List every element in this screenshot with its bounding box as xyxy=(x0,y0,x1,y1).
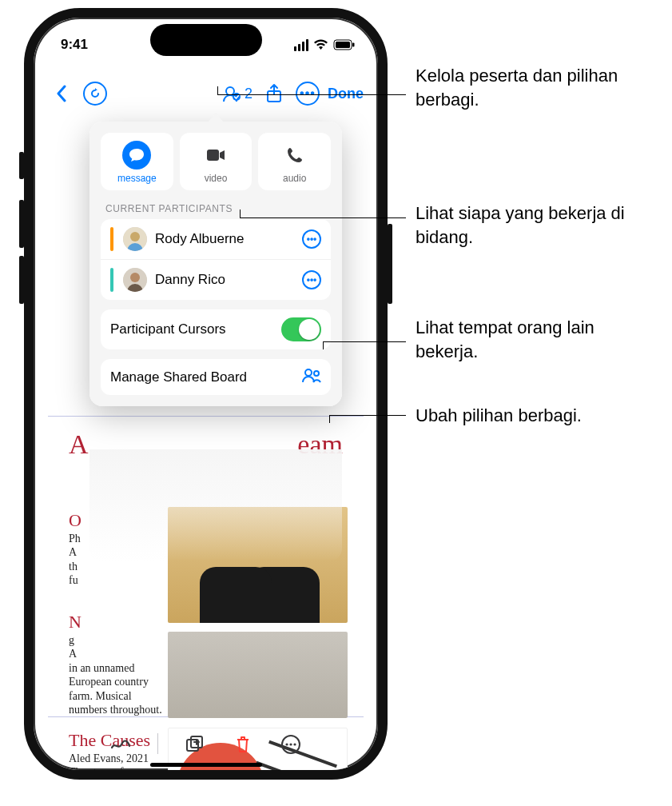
dynamic-island xyxy=(150,24,262,56)
done-button[interactable]: Done xyxy=(328,86,364,102)
callout-leader xyxy=(329,415,330,423)
callout-leader xyxy=(217,94,406,95)
svg-point-16 xyxy=(285,743,288,745)
separator xyxy=(157,733,158,754)
back-button[interactable] xyxy=(48,80,75,107)
board-title-fragment: A xyxy=(69,429,89,460)
svg-rect-6 xyxy=(207,150,219,161)
board-image xyxy=(168,632,348,718)
callout-leader xyxy=(240,217,406,218)
video-icon xyxy=(201,141,230,170)
insert-button[interactable] xyxy=(184,733,206,756)
popover-arrow xyxy=(208,113,224,122)
delete-button[interactable] xyxy=(232,733,254,756)
status-time: 9:41 xyxy=(61,37,88,53)
home-indicator xyxy=(150,763,262,767)
board-bottom-toolbar xyxy=(34,727,378,762)
cellular-icon xyxy=(294,39,308,51)
share-button[interactable] xyxy=(260,80,288,107)
more-tools-button[interactable] xyxy=(280,733,302,756)
participant-more-button[interactable]: ••• xyxy=(302,270,321,289)
participant-more-button[interactable]: ••• xyxy=(302,229,321,249)
presence-indicator xyxy=(110,227,113,251)
popover-fade xyxy=(89,449,342,561)
undo-button[interactable] xyxy=(83,82,107,106)
callout-text: Lihat siapa yang bekerja di bidang. xyxy=(416,202,655,249)
participant-name: Rody Albuerne xyxy=(155,231,294,247)
board-rule-line xyxy=(48,416,364,417)
svg-rect-1 xyxy=(336,42,350,48)
message-icon xyxy=(122,141,151,170)
participant-row[interactable]: Rody Albuerne ••• xyxy=(101,219,331,259)
participant-cursors-row: Participant Cursors xyxy=(101,309,331,349)
callout-leader xyxy=(329,415,406,416)
svg-point-17 xyxy=(289,743,292,745)
collaboration-button[interactable]: 2 xyxy=(222,84,252,103)
participants-header: CURRENT PARTICIPANTS xyxy=(105,203,326,214)
audio-label: audio xyxy=(283,173,306,184)
phone-icon xyxy=(280,141,309,170)
app-toolbar: 2 ••• Done xyxy=(34,74,378,114)
participant-cursors-toggle[interactable] xyxy=(281,317,321,341)
battery-icon xyxy=(333,39,356,50)
svg-point-10 xyxy=(130,273,140,282)
svg-rect-2 xyxy=(352,43,355,47)
power-button xyxy=(388,224,392,304)
manage-shared-board-button[interactable]: Manage Shared Board xyxy=(101,359,331,395)
audio-button[interactable]: audio xyxy=(258,133,331,190)
callout-leader xyxy=(217,86,218,94)
participants-list: Rody Albuerne ••• Danny Rico ••• xyxy=(101,219,331,300)
presence-indicator xyxy=(110,268,113,292)
video-label: video xyxy=(205,173,228,184)
wifi-icon xyxy=(313,39,328,50)
callout-text: Lihat tempat orang lain bekerja. xyxy=(416,316,655,363)
avatar xyxy=(123,227,147,251)
callout-leader xyxy=(240,209,241,217)
svg-point-8 xyxy=(130,232,140,241)
svg-point-12 xyxy=(314,371,319,376)
avatar xyxy=(123,268,147,292)
message-label: message xyxy=(117,173,157,184)
participant-count: 2 xyxy=(245,86,252,102)
callout-leader xyxy=(323,341,406,342)
callout-leader xyxy=(323,341,324,349)
participant-row[interactable]: Danny Rico ••• xyxy=(101,259,331,300)
callout-text: Ubah pilihan berbagi. xyxy=(416,404,655,428)
manage-label: Manage Shared Board xyxy=(110,369,294,385)
message-button[interactable]: message xyxy=(101,133,173,190)
participant-name: Danny Rico xyxy=(155,272,294,288)
draw-tool-button[interactable] xyxy=(109,733,132,756)
callout-text: Kelola peserta dan pilihan berbagi. xyxy=(416,64,655,111)
svg-point-11 xyxy=(305,369,312,376)
collaboration-icon xyxy=(302,367,321,387)
svg-point-18 xyxy=(293,743,296,745)
collaboration-popover: message video audio CURRENT PARTICIPANTS xyxy=(89,122,342,406)
iphone-frame: 9:41 2 ••• Done xyxy=(24,8,388,780)
cursors-label: Participant Cursors xyxy=(110,321,273,337)
more-button[interactable]: ••• xyxy=(296,82,320,106)
video-button[interactable]: video xyxy=(180,133,252,190)
